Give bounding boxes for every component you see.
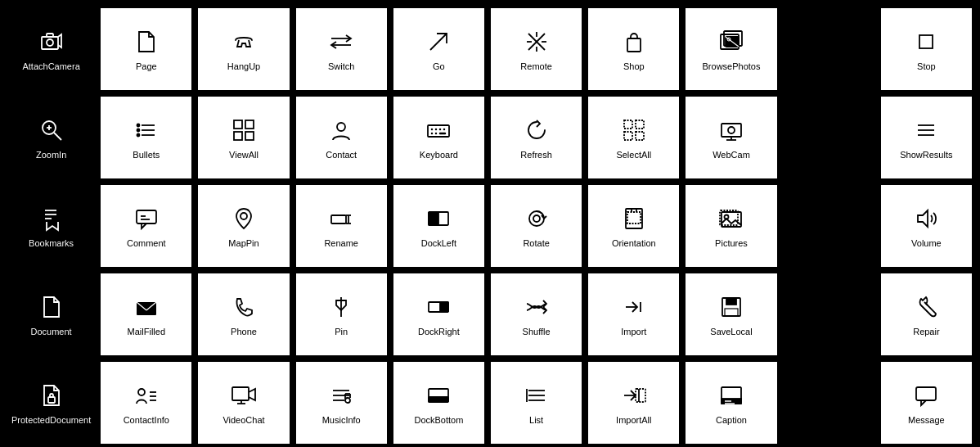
stop-card[interactable]: Stop xyxy=(881,8,972,90)
contact-label: Contact xyxy=(326,150,357,160)
refresh-card[interactable]: Refresh xyxy=(491,97,582,178)
hangup-label: HangUp xyxy=(227,61,260,72)
orientation-label: Orientation xyxy=(612,238,656,249)
svg-point-68 xyxy=(533,215,540,222)
video-chat-card[interactable]: VideoChat xyxy=(198,362,289,444)
orientation-card[interactable]: Orientation xyxy=(588,185,679,267)
contact-card[interactable]: Contact xyxy=(296,97,387,178)
remote-icon xyxy=(524,27,550,56)
zoom-in-label: ZoomIn xyxy=(36,150,66,160)
page-card[interactable]: Page xyxy=(101,8,191,90)
empty-slot-2 xyxy=(784,97,874,178)
attach-camera-label: AttachCamera xyxy=(22,61,79,72)
phone-label: Phone xyxy=(231,327,257,337)
contact-info-card[interactable]: ContactInfo xyxy=(101,362,191,444)
svg-rect-94 xyxy=(232,387,249,400)
dock-left-label: DockLeft xyxy=(421,238,456,249)
svg-rect-33 xyxy=(234,120,242,129)
comment-label: Comment xyxy=(127,238,166,249)
bookmarks-card[interactable]: Bookmarks xyxy=(8,185,94,267)
svg-rect-47 xyxy=(636,120,644,129)
switch-card[interactable]: Switch xyxy=(296,8,387,90)
import-card[interactable]: Import xyxy=(588,273,679,355)
bookmarks-label: Bookmarks xyxy=(29,238,74,249)
go-label: Go xyxy=(433,61,445,72)
document-card[interactable]: Document xyxy=(8,273,94,355)
dock-bottom-card[interactable]: DockBottom xyxy=(393,362,484,444)
attach-camera-icon xyxy=(38,27,65,56)
map-pin-card[interactable]: MapPin xyxy=(198,185,289,267)
dock-bottom-icon xyxy=(425,381,452,410)
svg-rect-36 xyxy=(245,132,254,140)
import-label: Import xyxy=(621,327,646,337)
svg-rect-66 xyxy=(429,212,438,225)
dock-right-card[interactable]: DockRight xyxy=(393,273,484,355)
import-all-card[interactable]: ImportAll xyxy=(588,362,679,444)
caption-label: Caption xyxy=(716,415,747,426)
caption-card[interactable]: Caption xyxy=(686,362,776,444)
svg-rect-10 xyxy=(48,397,55,403)
webcam-card[interactable]: WebCam xyxy=(686,97,776,178)
bullets-card[interactable]: Bullets xyxy=(101,97,191,178)
empty-slot-1 xyxy=(784,8,874,90)
save-local-card[interactable]: SaveLocal xyxy=(686,273,776,355)
rotate-card[interactable]: Rotate xyxy=(491,185,582,267)
svg-rect-26 xyxy=(919,35,933,48)
go-card[interactable]: Go xyxy=(393,8,484,90)
svg-point-32 xyxy=(137,134,139,137)
message-card[interactable]: Message xyxy=(881,362,972,444)
mail-filled-label: MailFilled xyxy=(128,327,165,337)
volume-card[interactable]: Volume xyxy=(881,185,972,267)
shuffle-card[interactable]: Shuffle xyxy=(491,273,582,355)
rotate-label: Rotate xyxy=(523,238,549,249)
select-all-label: SelectAll xyxy=(616,150,651,160)
list-card[interactable]: List xyxy=(491,362,582,444)
svg-point-90 xyxy=(138,389,145,395)
keyboard-card[interactable]: Keyboard xyxy=(393,97,484,178)
volume-label: Volume xyxy=(911,238,942,249)
browse-photos-card[interactable]: BrowsePhotos xyxy=(686,8,776,90)
svg-point-37 xyxy=(337,123,345,131)
show-results-card[interactable]: ShowResults xyxy=(881,97,972,178)
shop-icon xyxy=(621,27,647,56)
svg-rect-34 xyxy=(245,120,254,129)
svg-rect-87 xyxy=(726,298,736,305)
mail-filled-card[interactable]: MailFilled xyxy=(101,273,191,355)
remote-label: Remote xyxy=(520,61,552,72)
svg-point-31 xyxy=(137,129,139,132)
show-results-label: ShowResults xyxy=(900,150,952,160)
zoom-in-card[interactable]: ZoomIn xyxy=(8,97,94,178)
shop-card[interactable]: Shop xyxy=(588,8,679,90)
svg-rect-111 xyxy=(636,389,645,402)
svg-rect-38 xyxy=(428,125,449,137)
hangup-icon xyxy=(231,27,257,56)
rename-card[interactable]: Rename xyxy=(296,185,387,267)
switch-icon xyxy=(328,27,354,56)
svg-rect-61 xyxy=(331,215,346,224)
svg-line-13 xyxy=(430,34,447,50)
view-all-card[interactable]: ViewAll xyxy=(198,97,289,178)
pin-label: Pin xyxy=(335,327,348,337)
import-icon xyxy=(621,292,647,322)
pin-card[interactable]: Pin xyxy=(296,273,387,355)
music-info-card[interactable]: MusicInfo xyxy=(296,362,387,444)
dock-left-card[interactable]: DockLeft xyxy=(393,185,484,267)
shop-label: Shop xyxy=(623,61,645,72)
list-icon xyxy=(524,381,550,410)
attach-camera-card[interactable]: AttachCamera xyxy=(8,8,94,90)
left-column: AttachCamera ZoomIn Bookmarks xyxy=(8,8,94,444)
phone-card[interactable]: Phone xyxy=(198,273,289,355)
svg-rect-83 xyxy=(440,302,448,312)
select-all-card[interactable]: SelectAll xyxy=(588,97,679,178)
rename-label: Rename xyxy=(324,238,358,249)
repair-label: Repair xyxy=(913,327,939,337)
comment-card[interactable]: Comment xyxy=(101,185,191,267)
svg-rect-35 xyxy=(234,132,242,140)
protected-document-card[interactable]: ProtectedDocument xyxy=(8,362,94,444)
hangup-card[interactable]: HangUp xyxy=(198,8,289,90)
repair-card[interactable]: Repair xyxy=(881,273,972,355)
pictures-card[interactable]: Pictures xyxy=(686,185,776,267)
remote-card[interactable]: Remote xyxy=(491,8,582,90)
page-label: Page xyxy=(136,61,157,72)
contact-icon xyxy=(328,115,354,145)
